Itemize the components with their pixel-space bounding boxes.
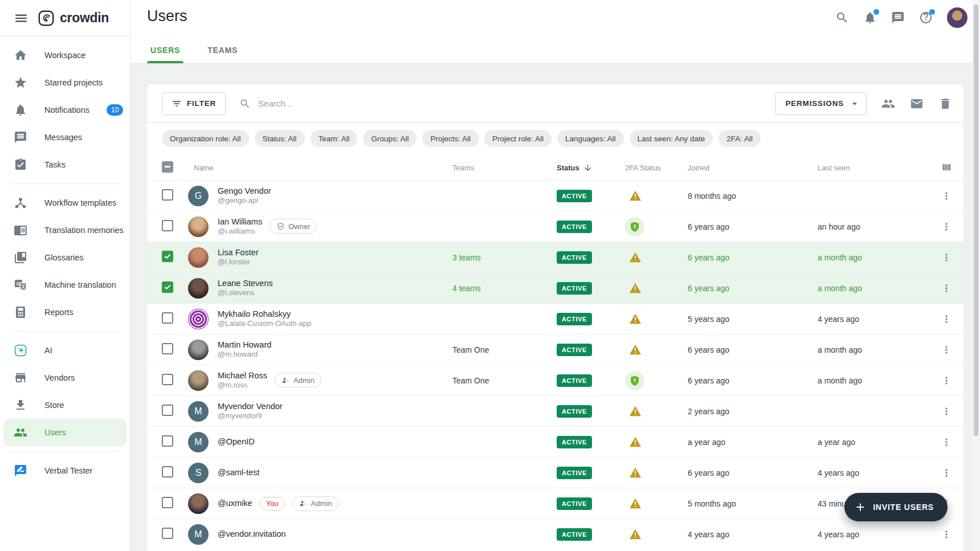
- sidebar-item-machine-translation[interactable]: G Machine translation: [3, 271, 126, 299]
- sidebar-item-workspace[interactable]: Workspace: [3, 42, 126, 69]
- crowdin-logo[interactable]: crowdin: [38, 10, 109, 27]
- teams-cell[interactable]: 4 teams: [452, 284, 557, 293]
- content-area: FILTER PERMISSIONS: [130, 64, 980, 551]
- row-checkbox[interactable]: [162, 528, 173, 539]
- filter-button[interactable]: FILTER: [162, 92, 226, 115]
- filter-chip-languages[interactable]: Languages: All: [557, 130, 624, 147]
- invite-users-button[interactable]: INVITE USERS: [844, 493, 948, 521]
- column-header-last-seen[interactable]: Last seen: [818, 164, 932, 172]
- row-menu-icon[interactable]: [941, 436, 952, 448]
- table-row[interactable]: Leane Stevens @l.stevens 4 teams ACTIVE …: [147, 272, 963, 303]
- column-header-joined[interactable]: Joined: [688, 164, 818, 172]
- user-name[interactable]: Leane Stevens: [218, 278, 273, 289]
- sidebar-item-messages[interactable]: Messages: [3, 124, 126, 151]
- table-row[interactable]: S @saml-test ACTIVE 6 years ago 4 years …: [147, 457, 963, 488]
- row-menu-icon[interactable]: [941, 375, 952, 386]
- tab-teams[interactable]: TEAMS: [204, 46, 241, 63]
- table-row[interactable]: Martin Howard @m.howard Team One ACTIVE …: [147, 334, 963, 365]
- row-menu-icon[interactable]: [941, 190, 952, 202]
- table-row[interactable]: Lisa Foster @l.forster 3 teams ACTIVE 6 …: [147, 242, 963, 272]
- row-checkbox[interactable]: [162, 189, 173, 201]
- filter-chip-status[interactable]: Status: All: [255, 130, 305, 147]
- row-menu-icon[interactable]: [941, 283, 952, 294]
- notifications-bell-icon[interactable]: [863, 11, 877, 25]
- row-menu-icon[interactable]: [941, 467, 952, 479]
- user-name[interactable]: Ian Williams: [218, 217, 262, 227]
- sidebar-item-tasks[interactable]: Tasks: [3, 151, 126, 178]
- filter-chip-project-role[interactable]: Project role: All: [484, 130, 552, 147]
- messages-icon[interactable]: [891, 11, 905, 25]
- table-row[interactable]: M Myvendor Vendor @myvendor9 ACTIVE 2 ye…: [147, 395, 963, 426]
- select-all-checkbox[interactable]: [162, 161, 173, 173]
- row-checkbox[interactable]: [162, 497, 173, 508]
- email-icon[interactable]: [910, 97, 924, 111]
- column-header-teams[interactable]: Teams: [452, 164, 557, 172]
- delete-icon[interactable]: [938, 97, 952, 111]
- row-menu-icon[interactable]: [941, 221, 952, 232]
- row-checkbox[interactable]: [162, 251, 173, 262]
- column-header-name[interactable]: Name: [188, 164, 452, 172]
- filter-chip-projects[interactable]: Projects: All: [422, 130, 479, 147]
- table-row[interactable]: Michael Ross @m.ross Admin Team One ACTI…: [147, 365, 963, 395]
- row-menu-icon[interactable]: [941, 344, 952, 356]
- add-to-team-icon[interactable]: [881, 97, 895, 111]
- user-name[interactable]: Martin Howard: [218, 340, 271, 350]
- table-row[interactable]: G Gengo Vendor @gengo-api ACTIVE 8 month…: [147, 180, 963, 211]
- row-checkbox[interactable]: [162, 343, 173, 354]
- filter-chip-groups[interactable]: Groups: All: [363, 130, 416, 147]
- user-name[interactable]: Lisa Foster: [218, 247, 259, 258]
- sidebar-item-notifications[interactable]: Notifications 10: [3, 96, 126, 124]
- table-row[interactable]: Mykhailo Rohalskyy @Lalala-Custom-OAuth-…: [147, 303, 963, 334]
- table-row[interactable]: M @OpenID ACTIVE a year ago a year ago: [147, 426, 963, 457]
- sidebar-item-translation-memories[interactable]: Translation memories: [3, 217, 126, 244]
- page-scrollbar[interactable]: [972, 0, 980, 551]
- column-settings-icon[interactable]: [941, 162, 952, 173]
- table-row[interactable]: Ian Williams @i.williams Owner ACTIVE 6 …: [147, 211, 963, 242]
- row-menu-icon[interactable]: [941, 529, 952, 540]
- profile-avatar[interactable]: [947, 7, 967, 28]
- user-name[interactable]: @OpenID: [218, 436, 255, 447]
- table-row[interactable]: @uxmike YouAdmin ACTIVE 5 months ago 43 …: [147, 488, 963, 519]
- row-menu-icon[interactable]: [941, 252, 952, 263]
- filter-chip-last-seen[interactable]: Last seen: Any date: [630, 130, 713, 147]
- user-name[interactable]: Michael Ross: [218, 370, 267, 381]
- sidebar-item-starred-projects[interactable]: Starred projects: [3, 69, 126, 96]
- user-name[interactable]: Mykhailo Rohalskyy: [218, 309, 311, 320]
- row-menu-icon[interactable]: [941, 313, 952, 325]
- hamburger-menu-icon[interactable]: [14, 11, 28, 26]
- sidebar-item-reports[interactable]: Reports: [3, 299, 126, 326]
- filter-chip-2fa[interactable]: 2FA: All: [718, 130, 761, 147]
- permissions-dropdown[interactable]: PERMISSIONS: [775, 92, 867, 115]
- row-checkbox[interactable]: [162, 312, 173, 324]
- scrollbar-thumb[interactable]: [974, 5, 978, 436]
- filter-chip-team[interactable]: Team: All: [311, 130, 358, 147]
- search-icon[interactable]: [835, 11, 849, 25]
- help-icon[interactable]: [919, 11, 933, 25]
- row-checkbox[interactable]: [162, 405, 173, 416]
- user-name[interactable]: @vendor.invitation: [218, 529, 286, 540]
- user-name[interactable]: Gengo Vendor: [218, 186, 271, 197]
- row-checkbox[interactable]: [162, 281, 173, 293]
- search-input[interactable]: [258, 99, 775, 108]
- sidebar-item-store[interactable]: Store: [3, 391, 126, 419]
- sidebar-item-verbal-tester[interactable]: Verbal Tester: [3, 457, 126, 484]
- row-menu-icon[interactable]: [941, 406, 952, 417]
- sidebar-item-ai[interactable]: AI: [3, 337, 126, 364]
- user-name[interactable]: @saml-test: [218, 467, 260, 478]
- tab-users[interactable]: USERS: [147, 46, 183, 63]
- sidebar-item-workflow-templates[interactable]: Workflow templates: [3, 189, 126, 217]
- user-name[interactable]: @uxmike: [218, 498, 252, 509]
- row-checkbox[interactable]: [162, 220, 173, 231]
- table-row[interactable]: M @vendor.invitation ACTIVE 4 years ago …: [147, 519, 963, 549]
- row-checkbox[interactable]: [162, 466, 173, 477]
- row-checkbox[interactable]: [162, 374, 173, 385]
- filter-chip-organization-role[interactable]: Organization role: All: [162, 130, 249, 147]
- user-name[interactable]: Myvendor Vendor: [218, 401, 283, 412]
- sidebar-item-glossaries[interactable]: Glossaries: [3, 244, 126, 271]
- row-checkbox[interactable]: [162, 435, 173, 447]
- sidebar-item-vendors[interactable]: Vendors: [3, 364, 126, 391]
- column-header-status[interactable]: Status: [557, 163, 625, 173]
- column-header-2fa-status[interactable]: 2FA Status: [625, 164, 688, 172]
- sidebar-item-users[interactable]: Users: [3, 419, 126, 446]
- teams-cell[interactable]: 3 teams: [452, 253, 557, 262]
